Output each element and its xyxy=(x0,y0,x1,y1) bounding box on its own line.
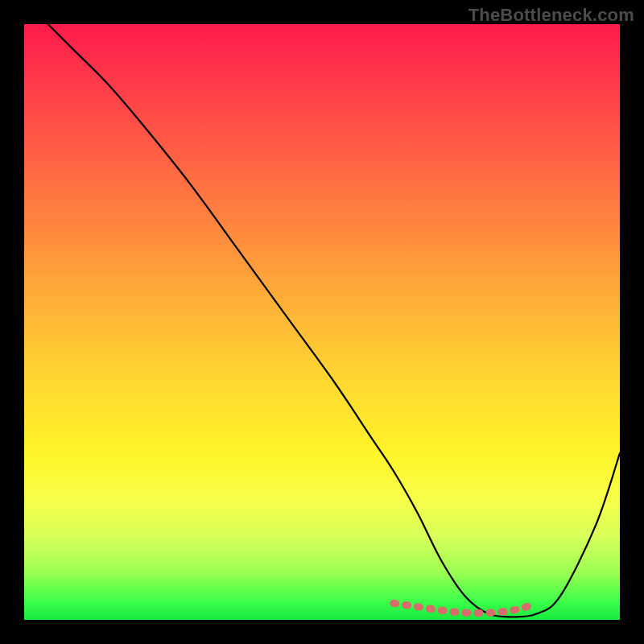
bottleneck-curve xyxy=(48,24,620,617)
watermark-text: TheBottleneck.com xyxy=(469,5,634,26)
chart-frame: TheBottleneck.com xyxy=(0,0,644,644)
optimal-flat-band xyxy=(394,603,530,613)
plot-area xyxy=(24,24,620,620)
curve-layer xyxy=(24,24,620,620)
